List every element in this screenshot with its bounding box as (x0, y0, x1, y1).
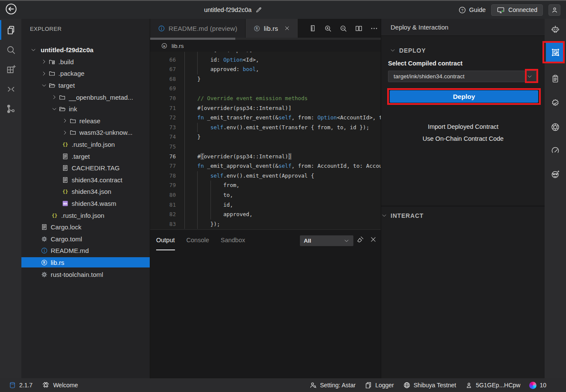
status-item-5g1gep-hcpw[interactable]: 5G1GEp...HCpw (465, 381, 520, 389)
tree-item-shiden34-wasm[interactable]: WAshiden34.wasm (21, 198, 150, 210)
status-item-10[interactable]: 10 (529, 382, 546, 389)
activity-item-badge-check[interactable] (546, 94, 565, 113)
tab-lib-rs[interactable]: Rlib.rs (246, 19, 298, 38)
code-line-69[interactable]: 69 (150, 84, 381, 94)
guide-button[interactable]: ? Guide (458, 6, 486, 14)
connected-button[interactable]: Connected (491, 4, 543, 16)
ellipsis-icon[interactable] (370, 24, 378, 33)
code-line-81[interactable]: 81 id, (150, 200, 381, 210)
import-deployed-contract-link[interactable]: Import Deployed Contract (381, 123, 545, 130)
tree-item--rustc-info-json[interactable]: {}.rustc_info.json (21, 139, 150, 151)
code-line-80[interactable]: 80 to, (150, 190, 381, 200)
info-icon (41, 247, 48, 254)
tree-item-release[interactable]: release (21, 115, 150, 127)
code-line-77[interactable]: 77 fn _emit_approval_event(&self, from: … (150, 161, 381, 171)
activity-item-openai[interactable] (546, 118, 565, 137)
activity-item-files[interactable] (0, 20, 21, 40)
activity-item-search[interactable] (0, 40, 21, 59)
tree-item--build[interactable]: .build (21, 56, 150, 68)
tree-item--rustc-info-json[interactable]: {}.rustc_info.json (21, 209, 150, 221)
code-line-72[interactable]: 72 fn _emit_transfer_event(&self, from: … (150, 113, 381, 123)
code-line-82[interactable]: 82 approved, (150, 210, 381, 220)
activity-item-grid-plus[interactable] (0, 59, 21, 79)
chevron-down-icon[interactable] (51, 106, 58, 112)
chevron-down-icon[interactable] (30, 47, 37, 53)
tree-item-shiden34-json[interactable]: {}shiden34.json (21, 186, 150, 198)
code-token: from, (184, 182, 240, 188)
activity-item-gauge[interactable] (546, 141, 565, 160)
code-editor[interactable]: 65 #[ink(topic)]66 id: Option<Id>,67 app… (150, 52, 381, 229)
tree-item-ink[interactable]: ink (21, 103, 150, 115)
chevron-down-icon[interactable] (41, 83, 47, 89)
clear-output-icon[interactable] (356, 235, 364, 244)
account-button[interactable] (548, 4, 560, 16)
tree-item-cargo-lock[interactable]: Cargo.lock (21, 221, 150, 233)
code-line-71[interactable]: 71 #[overrider(psp34::Internal)] (150, 104, 381, 113)
interact-section-header[interactable]: INTERACT (381, 206, 545, 224)
activity-item-deploy-frame[interactable] (546, 43, 565, 62)
deploy-button[interactable]: Deploy (390, 90, 538, 103)
code-line-83[interactable]: 83 }); (150, 220, 381, 229)
activity-item-robot[interactable] (546, 20, 565, 39)
code-line-76[interactable]: 76 #[overrider(psp34::Internal)] (150, 152, 381, 162)
activity-item-collapse[interactable] (0, 79, 21, 99)
close-tab-icon[interactable] (284, 25, 290, 31)
close-panel-icon[interactable] (370, 235, 377, 244)
tree-item-readme-md[interactable]: README.md (21, 245, 150, 257)
back-button[interactable] (5, 3, 17, 15)
tab-readme-md-preview-[interactable]: README.md (preview) (150, 19, 246, 38)
tree-item-untitled-f29d2c0a[interactable]: untitled-f29d2c0a (21, 44, 150, 56)
status-item-shibuya-testnet[interactable]: Shibuya Testnet (403, 381, 456, 389)
tree-item-shiden34-contract[interactable]: shiden34.contract (21, 174, 150, 186)
tree-item-cargo-toml[interactable]: Cargo.toml (21, 233, 150, 245)
chevron-right-icon[interactable] (62, 130, 68, 136)
status-item-welcome[interactable]: Welcome (41, 381, 78, 389)
line-number: 72 (150, 113, 176, 123)
rename-pencil-icon[interactable] (255, 6, 262, 13)
panel-tab-sandbox[interactable]: Sandbox (221, 230, 245, 250)
question-icon: ? (458, 6, 466, 14)
code-line-74[interactable]: 74 } (150, 132, 381, 142)
tree-item-cachedir-tag[interactable]: CACHEDIR.TAG (21, 162, 150, 174)
chevron-right-icon[interactable] (51, 94, 58, 100)
status-item-logger[interactable]: Logger (364, 381, 394, 389)
use-onchain-contract-link[interactable]: Use On-Chain Contract Code (381, 135, 545, 142)
select-contract-label: Select Compiled contract (388, 60, 462, 67)
code-line-78[interactable]: 78 self.env().emit_event(Approval { (150, 171, 381, 181)
code-line-68[interactable]: 68 } (150, 74, 381, 84)
split-view-icon[interactable] (355, 24, 363, 33)
zoom-out-icon[interactable] (339, 24, 347, 33)
activity-item-cool-emoji[interactable] (546, 165, 565, 184)
activity-item-git-graph[interactable] (0, 99, 21, 119)
code-line-75[interactable]: 75 (150, 142, 381, 152)
tree-item-rust-toolchain-toml[interactable]: rust-toolchain.toml (21, 268, 150, 280)
code-text (176, 84, 184, 94)
panel-tab-output[interactable]: Output (156, 230, 175, 250)
compiled-contract-select[interactable]: target/ink/shiden34.contract (388, 71, 536, 82)
code-line-65[interactable]: 65 #[ink(topic)] (150, 52, 381, 55)
tree-item-wasm32-unknow-[interactable]: wasm32-unknow... (21, 127, 150, 139)
panel-actions (356, 235, 377, 244)
code-line-73[interactable]: 73 self.env().emit_event(Transfer { from… (150, 123, 381, 133)
tree-item--openbrush-metad-[interactable]: __openbrush_metad... (21, 91, 150, 103)
panel-filter-select[interactable]: All (300, 235, 353, 246)
activity-item-clipboard[interactable] (546, 69, 565, 88)
zoom-in-icon[interactable] (324, 24, 332, 33)
ruler-icon[interactable] (309, 24, 317, 32)
chevron-right-icon[interactable] (62, 118, 68, 124)
tree-item--package[interactable]: .package (21, 68, 150, 80)
code-line-70[interactable]: 70 // Override event emission methods (150, 94, 381, 104)
tree-item-lib-rs[interactable]: Rlib.rs (21, 257, 150, 269)
tree-item-target[interactable]: target (21, 80, 150, 92)
chevron-right-icon[interactable] (41, 59, 47, 65)
chevron-right-icon[interactable] (41, 71, 47, 77)
status-item-setting-astar[interactable]: Setting: Astar (309, 381, 356, 389)
breadcrumb[interactable]: R lib.rs (150, 40, 381, 52)
panel-tab-console[interactable]: Console (187, 230, 209, 250)
status-item-2-1-7[interactable]: 2.1.7 (9, 381, 33, 389)
code-line-67[interactable]: 67 approved: bool, (150, 65, 381, 74)
code-line-79[interactable]: 79 from, (150, 181, 381, 190)
tree-item--target[interactable]: .target (21, 150, 150, 162)
deploy-section-header[interactable]: DEPLOY (381, 45, 545, 56)
code-line-66[interactable]: 66 id: Option<Id>, (150, 55, 381, 65)
